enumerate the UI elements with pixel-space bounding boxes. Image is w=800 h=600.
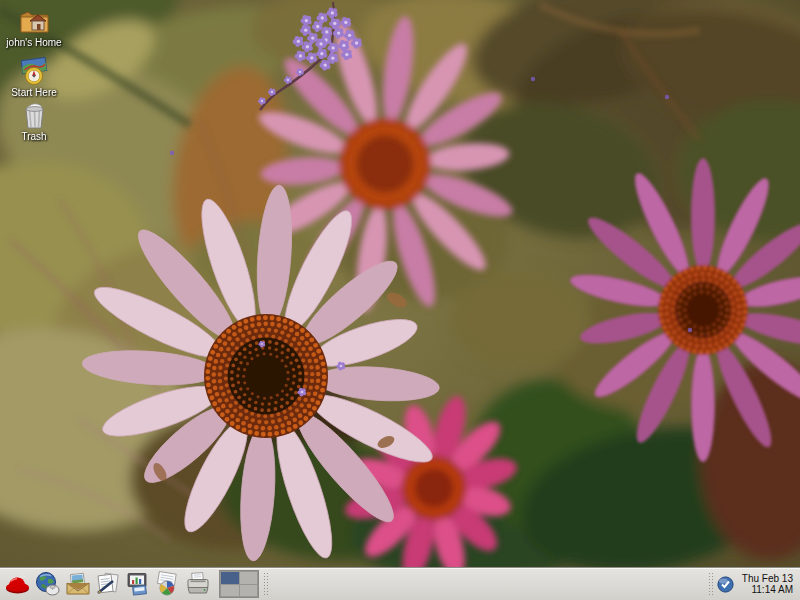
clock-time: 11:14 AM: [742, 584, 793, 595]
workspace-4[interactable]: [240, 585, 258, 597]
launcher-word-processor[interactable]: [93, 569, 122, 599]
update-notification[interactable]: [717, 575, 735, 593]
desktop-screen: john's Home Start Here: [0, 0, 800, 600]
desktop-icon-label: Start Here: [11, 87, 57, 98]
clock[interactable]: Thu Feb 13 11:14 AM: [742, 573, 797, 595]
wallpaper-scene: [0, 0, 800, 567]
taskbar-panel: Thu Feb 13 11:14 AM: [0, 567, 800, 600]
home-folder-icon: [17, 4, 51, 36]
update-check-icon: [717, 576, 734, 593]
clock-date: Thu Feb 13: [742, 573, 793, 584]
launcher-web-browser[interactable]: [33, 569, 62, 599]
desktop-icon-label: john's Home: [6, 37, 61, 48]
web-browser-icon: [34, 571, 61, 597]
wallpaper-coneflowers-photo: [0, 0, 800, 567]
spreadsheet-icon: [154, 571, 182, 597]
presentation-icon: [124, 571, 152, 597]
main-menu-button[interactable]: [3, 569, 32, 599]
workspace-3[interactable]: [221, 585, 239, 597]
workspace-1[interactable]: [221, 572, 239, 584]
desktop-icon-label: Trash: [21, 131, 46, 142]
launcher-spreadsheet[interactable]: [153, 569, 182, 599]
launcher-presentation[interactable]: [123, 569, 152, 599]
launcher-email[interactable]: [63, 569, 92, 599]
workspace-switcher[interactable]: [219, 570, 259, 598]
red-hat-icon: [4, 571, 32, 597]
desktop-icon-home[interactable]: john's Home: [2, 4, 66, 48]
launcher-printer[interactable]: [183, 569, 212, 599]
desktop-icon-start-here[interactable]: Start Here: [2, 56, 66, 98]
printer-icon: [184, 571, 212, 597]
word-processor-icon: [94, 571, 122, 597]
notification-area-handle[interactable]: [707, 571, 714, 597]
workspace-2[interactable]: [240, 572, 258, 584]
start-here-icon: [17, 56, 51, 86]
email-icon: [64, 571, 92, 597]
panel-drag-handle[interactable]: [262, 571, 269, 597]
desktop-icon-trash[interactable]: Trash: [2, 100, 66, 142]
trash-icon: [17, 100, 51, 130]
